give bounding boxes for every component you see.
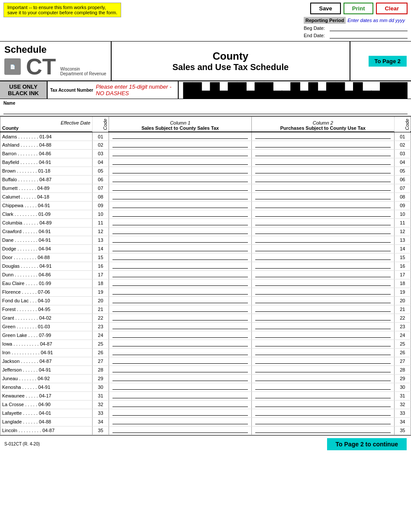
col1-input-cell[interactable]	[109, 175, 252, 184]
col2-input-cell[interactable]	[251, 184, 394, 192]
col2-input-cell[interactable]	[251, 409, 394, 417]
beg-date-input[interactable]	[330, 25, 408, 31]
col1-input-cell[interactable]	[109, 426, 252, 435]
county-cell: Buffalo . . . . . . . . 04-87	[0, 175, 93, 184]
table-row: Douglas . . . . . . . 04-911616	[0, 262, 411, 270]
col1-input-cell[interactable]	[109, 374, 252, 383]
county-cell: Bayfield . . . . . . . 04-91	[0, 158, 93, 167]
col2-input-cell[interactable]	[251, 192, 394, 201]
col2-input-cell[interactable]	[251, 391, 394, 400]
col2-input-cell[interactable]	[251, 270, 394, 279]
col1-input-cell[interactable]	[109, 244, 252, 253]
col1-input-cell[interactable]	[109, 236, 252, 244]
col1-input-cell[interactable]	[109, 141, 252, 149]
col1-input-cell[interactable]	[109, 348, 252, 357]
col2-input-cell[interactable]	[251, 262, 394, 270]
code-cell-left: 09	[92, 201, 109, 210]
col1-input-cell[interactable]	[109, 365, 252, 374]
col2-input-cell[interactable]	[251, 158, 394, 167]
table-row: Crawford . . . . . . 04-911212	[0, 227, 411, 236]
col2-input-cell[interactable]	[251, 175, 394, 184]
col1-input-cell[interactable]	[109, 288, 252, 296]
col2-input-cell[interactable]	[251, 314, 394, 322]
county-cell: Fond du Lac . . . 04-10	[0, 296, 93, 305]
col1-input-cell[interactable]	[109, 400, 252, 409]
name-input[interactable]	[3, 106, 408, 114]
col1-input-cell[interactable]	[109, 184, 252, 192]
col1-input-cell[interactable]	[109, 314, 252, 322]
col1-input-cell[interactable]	[109, 201, 252, 210]
code-cell-right: 11	[394, 218, 411, 227]
col1-input-cell[interactable]	[109, 279, 252, 288]
col1-input-cell[interactable]	[109, 253, 252, 262]
col2-input-cell[interactable]	[251, 348, 394, 357]
col2-input-cell[interactable]	[251, 322, 394, 331]
col2-input-cell[interactable]	[251, 340, 394, 348]
col2-input-cell[interactable]	[251, 149, 394, 158]
clear-button[interactable]: Clear	[376, 3, 408, 14]
end-date-input[interactable]	[330, 32, 408, 38]
top-bar: Important -- to ensure this form works p…	[0, 0, 411, 42]
top-buttons: Save Print Clear	[310, 3, 408, 14]
col1-input-cell[interactable]	[109, 227, 252, 236]
col1-input-cell[interactable]	[109, 391, 252, 400]
code-cell-left: 22	[92, 314, 109, 322]
save-button[interactable]: Save	[310, 3, 340, 14]
col2-input-cell[interactable]	[251, 365, 394, 374]
col2-input-cell[interactable]	[251, 383, 394, 391]
col1-input-cell[interactable]	[109, 357, 252, 365]
col2-input-cell[interactable]	[251, 288, 394, 296]
col1-input-cell[interactable]	[109, 322, 252, 331]
col1-input-cell[interactable]	[109, 218, 252, 227]
col2-input-cell[interactable]	[251, 426, 394, 435]
col1-input-cell[interactable]	[109, 417, 252, 426]
col1-input-cell[interactable]	[109, 132, 252, 141]
col2-input-cell[interactable]	[251, 305, 394, 314]
col2-input-cell[interactable]	[251, 210, 394, 218]
col1-input-cell[interactable]	[109, 158, 252, 167]
col1-input-cell[interactable]	[109, 305, 252, 314]
col2-input-cell[interactable]	[251, 374, 394, 383]
col2-input-cell[interactable]	[251, 141, 394, 149]
col2-input-cell[interactable]	[251, 244, 394, 253]
col1-input-cell[interactable]	[109, 340, 252, 348]
col2-input-cell[interactable]	[251, 227, 394, 236]
use-only-row: USE ONLY BLACK INK Tax Account Number Pl…	[0, 81, 411, 99]
th-effective-date: Effective Date	[2, 120, 90, 125]
county-cell: Burnett . . . . . . . 04-89	[0, 184, 93, 192]
table-row: Jefferson . . . . . . 04-912828	[0, 365, 411, 374]
col2-input-cell[interactable]	[251, 236, 394, 244]
print-button[interactable]: Print	[344, 3, 374, 14]
col2-input-cell[interactable]	[251, 417, 394, 426]
col2-input-cell[interactable]	[251, 357, 394, 365]
col1-input-cell[interactable]	[109, 167, 252, 175]
col2-input-cell[interactable]	[251, 331, 394, 340]
code-cell-right: 05	[394, 167, 411, 175]
col2-input-cell[interactable]	[251, 253, 394, 262]
col1-input-cell[interactable]	[109, 210, 252, 218]
col2-input-cell[interactable]	[251, 296, 394, 305]
col2-input-cell[interactable]	[251, 279, 394, 288]
col2-input-cell[interactable]	[251, 400, 394, 409]
county-cell: Adams . . . . . . . . 01-94	[0, 132, 93, 141]
code-cell-right: 16	[394, 262, 411, 270]
col2-input-cell[interactable]	[251, 167, 394, 175]
col1-input-cell[interactable]	[109, 383, 252, 391]
col1-input-cell[interactable]	[109, 192, 252, 201]
col2-input-cell[interactable]	[251, 132, 394, 141]
th-county: County	[2, 125, 90, 131]
col1-input-cell[interactable]	[109, 331, 252, 340]
code-cell-right: 21	[394, 305, 411, 314]
col1-input-cell[interactable]	[109, 409, 252, 417]
col2-input-cell[interactable]	[251, 218, 394, 227]
code-cell-right: 06	[394, 175, 411, 184]
col1-input-cell[interactable]	[109, 262, 252, 270]
col1-input-cell[interactable]	[109, 270, 252, 279]
county-cell: Brown . . . . . . . . 01-18	[0, 167, 93, 175]
col1-input-cell[interactable]	[109, 149, 252, 158]
to-page2-footer-button[interactable]: To Page 2 to continue	[327, 438, 407, 450]
col2-input-cell[interactable]	[251, 201, 394, 210]
col1-input-cell[interactable]	[109, 296, 252, 305]
to-page2-top-button[interactable]: To Page 2	[369, 56, 407, 67]
code-cell-left: 11	[92, 218, 109, 227]
